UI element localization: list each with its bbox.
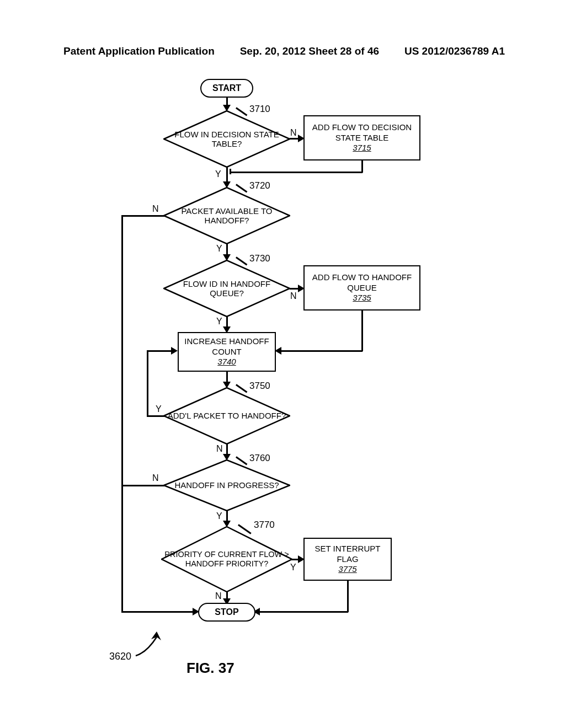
flowchart-canvas: START FLOW IN DECISION STATE TABLE? 3710… [0,72,565,678]
edge-n: N [216,444,223,454]
decision-3720: PACKET AVAILABLE TO HANDOFF? [163,187,290,244]
edge-n: N [290,128,297,138]
header-right: US 2012/0236789 A1 [404,45,505,57]
header-left: Patent Application Publication [63,45,215,57]
process-3735-ref: 3735 [353,293,371,303]
decision-3710-label: FLOW IN DECISION STATE TABLE? [163,130,290,149]
terminator-stop-label: STOP [215,607,238,617]
conn [361,160,363,173]
decision-3750: ADD'L PACKET TO HANDOFF? [163,387,290,445]
process-3740-ref: 3740 [217,357,236,367]
decision-3770: PRIORITY OF CURRENT FLOW > HANDOFF PRIOR… [161,526,292,592]
conn [121,485,164,486]
ref-3620: 3620 [109,651,131,662]
process-3735: ADD FLOW TO HANDOFF QUEUE 3735 [303,265,420,311]
decision-3720-label: PACKET AVAILABLE TO HANDOFF? [163,206,290,226]
arrow-right-icon [171,347,178,355]
conn [230,169,231,174]
edge-n: N [215,591,222,601]
conn [147,350,173,352]
conn [361,311,363,351]
process-3775: SET INTERRUPT FLAG 3775 [303,538,392,581]
conn [147,415,164,417]
ref-3770: 3770 [254,520,275,531]
edge-y: Y [290,563,296,572]
flow-ref-arrow-icon [135,631,168,661]
conn [347,581,349,612]
edge-y: Y [215,169,221,179]
process-3740-text: INCREASE HANDOFF COUNT [183,336,270,357]
ref-3720: 3720 [249,180,270,191]
conn [281,350,363,352]
page-header: Patent Application Publication Sep. 20, … [63,45,505,57]
terminator-start: START [200,79,253,98]
terminator-stop: STOP [198,603,255,622]
edge-n: N [152,204,159,214]
edge-y: Y [216,244,222,254]
terminator-start-label: START [212,83,241,93]
conn [147,350,148,416]
ref-3730: 3730 [249,253,270,264]
conn [121,215,123,612]
conn [121,611,194,613]
decision-3760: HANDOFF IN PROGRESS? [163,459,290,511]
process-3715-ref: 3715 [353,143,371,153]
edge-y: Y [216,511,222,521]
process-3775-ref: 3775 [338,564,356,575]
figure-caption: FIG. 37 [186,660,234,677]
ref-3710: 3710 [249,104,270,115]
decision-3770-label: PRIORITY OF CURRENT FLOW > HANDOFF PRIOR… [161,550,292,568]
decision-3730-label: FLOW ID IN HANDOFF QUEUE? [163,279,290,298]
process-3735-text: ADD FLOW TO HANDOFF QUEUE [309,272,415,293]
edge-y: Y [216,317,222,326]
decision-3710: FLOW IN DECISION STATE TABLE? [163,110,290,168]
header-mid: Sep. 20, 2012 Sheet 28 of 46 [240,45,379,57]
process-3715: ADD FLOW TO DECISION STATE TABLE 3715 [303,115,420,160]
ref-3760: 3760 [249,453,270,464]
process-3775-text: SET INTERRUPT FLAG [309,544,386,565]
process-3740: INCREASE HANDOFF COUNT 3740 [178,332,276,372]
decision-3750-label: ADD'L PACKET TO HANDOFF? [166,411,289,420]
process-3715-text: ADD FLOW TO DECISION STATE TABLE [309,122,415,143]
conn [121,215,164,217]
edge-n: N [290,291,297,301]
decision-3760-label: HANDOFF IN PROGRESS? [172,480,281,490]
ref-3750: 3750 [249,381,270,392]
conn [259,611,348,613]
edge-n: N [152,473,159,483]
conn [231,172,363,173]
edge-y: Y [156,404,162,414]
decision-3730: FLOW ID IN HANDOFF QUEUE? [163,260,290,317]
